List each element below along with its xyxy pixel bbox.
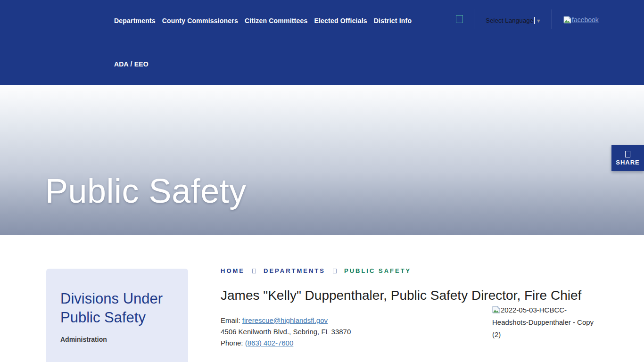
address-line: 4506 Kenilworth Blvd., Sebring, FL 33870 <box>221 326 351 337</box>
phone-label: Phone: <box>221 339 243 347</box>
sidebar-title: Divisions Under Public Safety <box>60 289 174 327</box>
language-caret <box>534 17 535 24</box>
nav-item-citizen-committees[interactable]: Citizen Committees <box>245 17 308 25</box>
search-icon[interactable] <box>456 15 463 23</box>
header-divider <box>552 9 552 29</box>
email-label: Email: <box>221 316 240 324</box>
language-selector-label: Select Language <box>486 17 533 24</box>
site-header: Departments County Commissioners Citizen… <box>0 0 644 85</box>
nav-item-ada-eeo[interactable]: ADA / EEO <box>114 60 149 68</box>
nav-item-elected-officials[interactable]: Elected Officials <box>314 17 367 25</box>
page-title: Public Safety <box>45 172 247 210</box>
headshot-alt-text: 2022-05-03-HCBCC-Headshots-Duppenthaler … <box>492 306 594 338</box>
breadcrumb-separator-icon <box>252 269 256 273</box>
main-nav-row-2: ADA / EEO <box>114 60 149 68</box>
facebook-link[interactable]: facebook <box>563 16 599 24</box>
nav-item-district-info[interactable]: District Info <box>374 17 412 25</box>
sidebar-item-administration[interactable]: Administration <box>60 336 174 343</box>
breadcrumb-separator-icon <box>333 269 337 273</box>
phone-line: Phone: (863) 402-7600 <box>221 337 351 349</box>
contact-info: Email: firerescue@highlandsfl.gov 4506 K… <box>221 315 351 349</box>
breadcrumb-departments[interactable]: DEPARTMENTS <box>264 267 325 274</box>
email-link[interactable]: firerescue@highlandsfl.gov <box>242 316 328 324</box>
nav-item-departments[interactable]: Departments <box>114 17 156 25</box>
facebook-link-label: facebook <box>572 16 599 24</box>
breadcrumb: HOME DEPARTMENTS PUBLIC SAFETY <box>221 267 411 274</box>
page: Departments County Commissioners Citizen… <box>0 0 644 362</box>
email-line: Email: firerescue@highlandsfl.gov <box>221 315 351 326</box>
hero-banner <box>0 85 644 235</box>
header-divider <box>474 9 474 29</box>
main-nav: Departments County Commissioners Citizen… <box>114 17 412 25</box>
broken-image-icon <box>563 16 571 24</box>
director-heading: James "Kelly" Duppenthaler, Public Safet… <box>221 288 581 303</box>
breadcrumb-current-page: PUBLIC SAFETY <box>344 267 411 274</box>
share-button-label: SHARE <box>616 159 640 166</box>
nav-item-county-commissioners[interactable]: County Commissioners <box>162 17 238 25</box>
broken-image-icon <box>492 306 500 313</box>
phone-link[interactable]: (863) 402-7600 <box>245 339 294 347</box>
divisions-sidebar: Divisions Under Public Safety Administra… <box>46 269 188 362</box>
chevron-down-icon: ▼ <box>536 18 541 24</box>
share-icon <box>625 151 630 157</box>
breadcrumb-home[interactable]: HOME <box>221 267 245 274</box>
language-selector[interactable]: Select Language ▼ <box>486 17 541 24</box>
headshot-image-broken: 2022-05-03-HCBCC-Headshots-Duppenthaler … <box>492 304 597 341</box>
share-button[interactable]: SHARE <box>611 145 644 171</box>
